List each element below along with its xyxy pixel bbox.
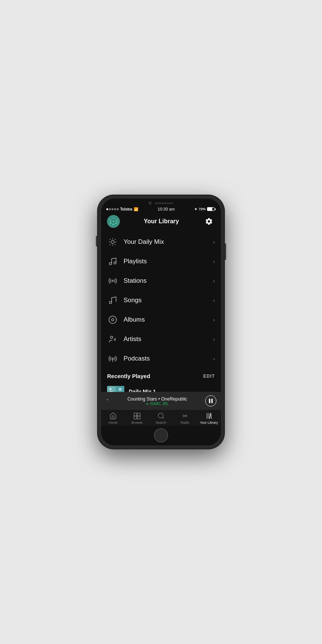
chevron-icon-3: › <box>213 297 215 303</box>
nav-item-home[interactable]: Home <box>101 412 125 424</box>
bluetooth-icon: ∗ <box>194 207 197 211</box>
svg-point-38 <box>184 415 185 416</box>
daily-mix-label: Your Daily Mix <box>124 238 213 246</box>
chevron-icon-6: › <box>213 356 215 362</box>
nav-label-search: Search <box>156 421 167 424</box>
phone-inner: Telstra 📶 10:30 am ∗ 72% <box>101 199 221 445</box>
page-title: Your Library <box>144 218 179 225</box>
settings-button[interactable] <box>203 215 215 227</box>
svg-point-18 <box>110 336 113 338</box>
svg-line-41 <box>210 413 211 419</box>
svg-rect-30 <box>209 399 210 403</box>
svg-point-17 <box>112 319 114 321</box>
svg-rect-35 <box>137 416 140 419</box>
svg-point-27 <box>119 388 122 391</box>
now-playing-device: ∗ ISAAC JBL <box>112 402 202 406</box>
pause-button[interactable] <box>205 395 216 407</box>
menu-item-podcasts[interactable]: Podcasts › <box>101 349 221 368</box>
svg-point-14 <box>112 280 113 282</box>
chevron-icon-0: › <box>213 239 215 245</box>
pause-icon <box>208 398 213 404</box>
nav-item-radio[interactable]: Radio <box>173 412 197 424</box>
menu-item-playlists[interactable]: Playlists › <box>101 252 221 271</box>
podcast-icon <box>108 354 117 363</box>
home-icon <box>109 412 117 420</box>
now-playing-bar[interactable]: ⌃ Counting Stars • OneRepublic ∗ ISAAC J… <box>101 392 221 410</box>
svg-point-19 <box>112 358 113 359</box>
person-music-icon <box>108 335 117 344</box>
menu-item-stations[interactable]: Stations › <box>101 271 221 291</box>
chevron-icon-1: › <box>213 258 215 264</box>
svg-rect-31 <box>212 399 213 403</box>
menu-item-daily-mix[interactable]: Your Daily Mix › <box>101 232 221 252</box>
playlists-label: Playlists <box>124 258 213 265</box>
library-icon <box>205 412 213 420</box>
search-icon <box>157 412 165 420</box>
nav-label-home: Home <box>109 421 118 424</box>
status-bar: Telstra 📶 10:30 am ∗ 72% <box>101 206 221 212</box>
svg-rect-33 <box>137 413 140 416</box>
svg-line-42 <box>211 413 212 419</box>
svg-line-37 <box>162 417 164 419</box>
battery-indicator <box>207 207 216 211</box>
svg-point-2 <box>112 220 115 223</box>
nav-item-your-library[interactable]: Your Library <box>197 412 221 424</box>
browse-icon <box>133 412 141 420</box>
chevron-icon-4: › <box>213 317 215 323</box>
nav-label-browse: Browse <box>131 421 143 424</box>
artists-label: Artists <box>124 335 213 343</box>
menu-list: Your Daily Mix › Playlists › <box>101 231 221 392</box>
music-notes-icon <box>108 257 117 266</box>
recent-info-0: Daily Mix 1 The Script, Selena Gomez, Ch… <box>129 389 209 392</box>
time-display: 10:30 am <box>158 207 175 211</box>
menu-item-songs[interactable]: Songs › <box>101 291 221 310</box>
now-playing-info: Counting Stars • OneRepublic ∗ ISAAC JBL <box>112 396 202 406</box>
svg-point-12 <box>109 263 112 265</box>
gear-icon <box>205 217 213 226</box>
svg-line-8 <box>110 239 110 240</box>
recent-title-0: Daily Mix 1 <box>129 389 209 392</box>
svg-point-16 <box>109 316 116 323</box>
nav-label-radio: Radio <box>180 421 189 424</box>
phone-outer: Telstra 📶 10:30 am ∗ 72% <box>97 195 225 449</box>
svg-point-36 <box>158 413 163 418</box>
svg-line-9 <box>115 244 116 245</box>
svg-rect-32 <box>134 413 137 416</box>
music-note-icon <box>108 296 117 305</box>
albums-label: Albums <box>124 316 213 323</box>
svg-point-3 <box>111 240 114 243</box>
battery-percent: 72% <box>199 207 206 211</box>
stations-label: Stations <box>124 277 213 285</box>
svg-point-15 <box>109 301 112 304</box>
home-button[interactable] <box>154 428 168 442</box>
svg-line-11 <box>110 244 110 245</box>
chevron-icon-5: › <box>213 336 215 342</box>
disc-icon <box>108 315 117 324</box>
podcasts-label: Podcasts <box>124 355 213 362</box>
chevron-icon-2: › <box>213 278 215 284</box>
bluetooth-playing-icon: ∗ <box>146 402 149 406</box>
radio-nav-icon <box>181 412 189 420</box>
now-playing-song: Counting Stars • OneRepublic <box>112 396 202 402</box>
wifi-icon: 📶 <box>134 207 138 211</box>
phone-top <box>101 199 221 206</box>
avatar[interactable] <box>107 215 120 228</box>
svg-rect-34 <box>134 416 137 419</box>
home-button-wrap <box>101 426 221 445</box>
svg-line-10 <box>115 239 116 240</box>
svg-point-13 <box>114 262 116 264</box>
sun-icon <box>108 237 117 246</box>
nav-item-search[interactable]: Search <box>149 412 173 424</box>
bottom-nav: Home Browse <box>101 410 221 426</box>
menu-item-artists[interactable]: Artists › <box>101 329 221 349</box>
recently-played-label: Recently Played <box>107 373 150 379</box>
menu-item-albums[interactable]: Albums › <box>101 310 221 329</box>
recent-item-0[interactable]: Your Daily Mix 1 Daily Mix 1 The Script,… <box>101 382 221 392</box>
edit-button[interactable]: EDIT <box>203 374 215 379</box>
svg-point-26 <box>109 388 112 390</box>
recently-played-header: Recently Played EDIT <box>101 368 221 382</box>
nav-label-your-library: Your Library <box>200 421 218 424</box>
recent-thumb-0: Your Daily Mix 1 <box>107 386 124 392</box>
nav-item-browse[interactable]: Browse <box>125 412 149 424</box>
carrier-label: Telstra <box>120 207 132 211</box>
